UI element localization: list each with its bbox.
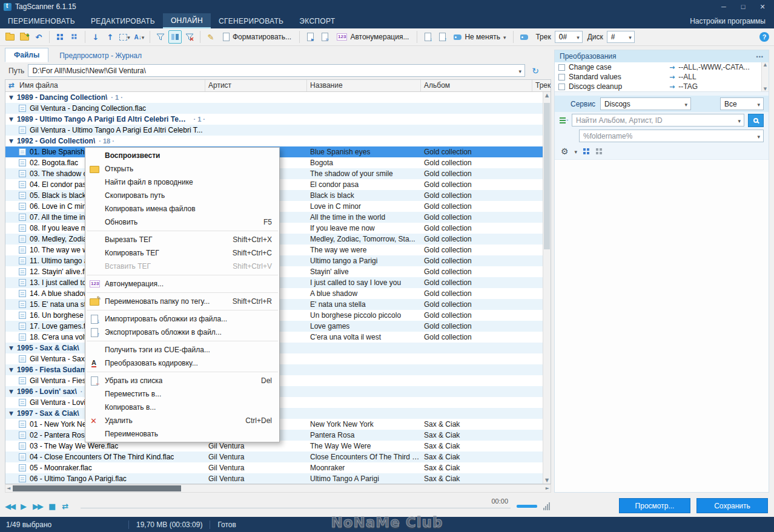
- collapse-caret-icon[interactable]: [9, 343, 13, 353]
- context-menu-item[interactable]: Воспроизвести: [85, 149, 279, 162]
- fast-forward-icon[interactable]: [33, 502, 42, 511]
- column-header-track[interactable]: Трек: [532, 80, 551, 91]
- rewind-icon[interactable]: [5, 502, 15, 511]
- column-header-filename[interactable]: Имя файла: [5, 80, 205, 91]
- collapse-caret-icon[interactable]: [9, 92, 13, 103]
- big-grid-view-button[interactable]: [53, 30, 67, 44]
- menu-tab-1[interactable]: РЕДАКТИРОВАТЬ: [83, 13, 163, 28]
- select-files-dropdown[interactable]: [118, 30, 131, 44]
- scroll-down-icon[interactable]: [543, 478, 551, 483]
- column-header-artist[interactable]: Артист: [205, 80, 307, 91]
- move-down-button[interactable]: ↓: [89, 30, 102, 44]
- clear-filter-button[interactable]: [183, 30, 196, 44]
- collapse-caret-icon[interactable]: [9, 364, 13, 375]
- menu-tab-4[interactable]: ЭКСПОРТ: [291, 13, 343, 28]
- context-menu-item[interactable]: Скопировать путь: [85, 189, 279, 202]
- column-header-title[interactable]: Название: [307, 80, 421, 91]
- maximize-icon[interactable]: [739, 3, 747, 11]
- checkbox[interactable]: [558, 74, 565, 80]
- progress-bar[interactable]: 00:00: [81, 500, 511, 512]
- add-folder-button[interactable]: [18, 30, 31, 44]
- preview-doc-button[interactable]: [303, 30, 317, 44]
- open-folder-button[interactable]: [3, 30, 16, 44]
- checkbox[interactable]: [558, 64, 565, 71]
- search-combo[interactable]: Найти Альбом, Артист, ID: [572, 114, 744, 126]
- more-options-icon[interactable]: [756, 52, 764, 61]
- context-menu-item[interactable]: Копировать ТЕГShift+Ctrl+C: [85, 246, 279, 260]
- checkbox[interactable]: [558, 84, 565, 90]
- grid-gray-icon[interactable]: [596, 148, 598, 151]
- minimize-icon[interactable]: [719, 3, 728, 11]
- scroll-right-icon[interactable]: [546, 485, 549, 491]
- scrollbar-thumb[interactable]: [544, 103, 550, 249]
- file-row[interactable]: Gil Ventura - Dancing Collection.flac: [5, 103, 543, 114]
- refresh-icon[interactable]: [529, 64, 542, 77]
- swap-icon[interactable]: [8, 80, 15, 91]
- filter-button[interactable]: [154, 30, 167, 44]
- context-menu-item[interactable]: Автонумерация...: [85, 277, 279, 291]
- move-up-button[interactable]: ↑: [104, 30, 117, 44]
- dont-change-dropdown[interactable]: Не менять: [450, 30, 509, 44]
- context-menu-item[interactable]: Копировать имена файлов: [85, 202, 279, 215]
- horizontal-scrollbar[interactable]: [5, 484, 551, 493]
- context-menu-item[interactable]: Открыть: [85, 162, 279, 176]
- track-combo[interactable]: 0#: [555, 31, 583, 43]
- context-menu-item[interactable]: Копировать в...: [85, 401, 279, 414]
- transform-row[interactable]: Standard values--ALL: [555, 72, 761, 82]
- left-tab-0[interactable]: Файлы: [5, 48, 48, 62]
- menu-tab-0[interactable]: ПЕРЕИМЕНОВАТЬ: [0, 13, 83, 28]
- autonumber-button[interactable]: Автонумерация...: [332, 30, 413, 44]
- context-menu-item[interactable]: Переименовать папку по тегу...Shift+Ctrl…: [85, 295, 279, 308]
- generate-doc-button[interactable]: [318, 30, 331, 44]
- scroll-down-icon[interactable]: [762, 87, 769, 91]
- context-menu-item[interactable]: Переименовать: [85, 427, 279, 441]
- collapse-caret-icon[interactable]: [9, 386, 13, 397]
- program-settings-link[interactable]: Настройки программы: [681, 13, 774, 28]
- search-button[interactable]: [748, 114, 764, 127]
- scroll-up-icon[interactable]: [762, 62, 769, 67]
- foldername-combo[interactable]: %foldername%: [579, 130, 764, 142]
- sort-dropdown[interactable]: [133, 30, 146, 44]
- context-menu-item[interactable]: Экспортировать обложки в файл...: [85, 326, 279, 339]
- context-menu-item[interactable]: Получить тэги из CUE-файла...: [85, 343, 279, 356]
- file-row[interactable]: Gil Ventura - Ultimo Tango A Parigi Ed A…: [5, 125, 543, 136]
- disc-combo[interactable]: #: [607, 31, 635, 43]
- menu-tab-3[interactable]: СГЕНЕРИРОВАТЬ: [211, 13, 291, 28]
- export-cover-button[interactable]: [435, 30, 449, 44]
- scrollbar-thumb[interactable]: [13, 485, 181, 491]
- grid-blue-icon[interactable]: [583, 148, 586, 151]
- folder-row[interactable]: 1989 - Ultimo Tango A Parigi Ed Altri Ce…: [5, 114, 543, 125]
- stop-icon[interactable]: [48, 502, 56, 511]
- transform-row[interactable]: Change case--ALL,-WWW,-CATA...: [555, 62, 761, 72]
- volume-slider[interactable]: [517, 505, 537, 508]
- format-button[interactable]: Форматировать...: [219, 30, 296, 44]
- context-menu-item[interactable]: УдалитьCtrl+Del: [85, 414, 279, 427]
- gear-icon[interactable]: [561, 146, 569, 156]
- import-cover-button[interactable]: [421, 30, 434, 44]
- collapse-caret-icon[interactable]: [9, 408, 13, 419]
- small-grid-view-button[interactable]: [68, 30, 81, 44]
- chevron-down-icon[interactable]: [575, 147, 578, 156]
- context-menu-item[interactable]: Преобразовать кодировку...: [85, 356, 279, 370]
- help-button[interactable]: [758, 30, 771, 44]
- preview-button[interactable]: Просмотр...: [619, 498, 690, 513]
- rename-button[interactable]: ✎: [204, 30, 217, 44]
- context-menu-item[interactable]: Найти файл в проводнике: [85, 176, 279, 189]
- save-button[interactable]: Сохранить: [696, 498, 768, 513]
- repeat-icon[interactable]: [62, 502, 68, 511]
- left-tab-1[interactable]: Предпросмотр - Журнал: [51, 49, 150, 62]
- tag-number-button[interactable]: [517, 30, 531, 44]
- collapse-caret-icon[interactable]: [9, 136, 13, 146]
- context-menu-item[interactable]: Вырезать ТЕГShift+Ctrl+X: [85, 233, 279, 246]
- folder-row[interactable]: 1989 - Dancing Collection\· 1 ·: [5, 92, 543, 103]
- vertical-scrollbar[interactable]: [543, 92, 551, 484]
- context-menu-item[interactable]: Импортировать обложки из файла...: [85, 312, 279, 326]
- columns-layout-button[interactable]: [168, 30, 182, 44]
- context-menu-item[interactable]: Переместить в...: [85, 387, 279, 401]
- file-row[interactable]: 06 - Ultimo Tango A Parigi.flacGil Ventu…: [5, 473, 543, 484]
- context-menu-item[interactable]: Убрать из спискаDel: [85, 374, 279, 387]
- transform-scrollbar[interactable]: [761, 62, 769, 91]
- context-menu-item[interactable]: ОбновитьF5: [85, 215, 279, 229]
- path-combo[interactable]: D:\For All!\Music!\New!\Gil Ventura\: [28, 64, 525, 77]
- column-header-album[interactable]: Альбом: [421, 80, 532, 91]
